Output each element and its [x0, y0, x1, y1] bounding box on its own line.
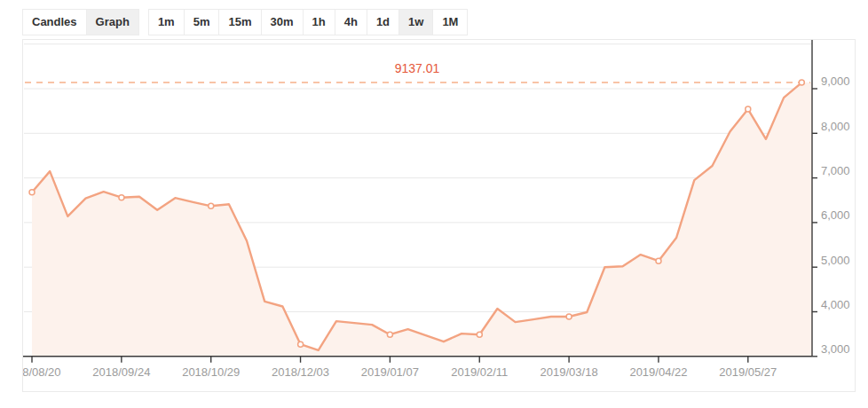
timeframe-button-1M[interactable]: 1M [432, 9, 468, 35]
y-axis-label: 3,000 [821, 342, 850, 356]
timeframe-button-5m[interactable]: 5m [184, 9, 220, 35]
timeframe-button-15m[interactable]: 15m [218, 9, 261, 35]
x-axis-label: 2018/12/03 [272, 365, 329, 379]
x-axis-label: 2019/04/22 [629, 365, 687, 379]
y-axis-label: 7,000 [821, 164, 850, 177]
timeframe-button-1w[interactable]: 1w [398, 9, 433, 35]
timeframe-button-4h[interactable]: 4h [335, 9, 367, 35]
timeframe-button-group: 1m 5m 15m 30m 1h 4h 1d 1w 1M [148, 9, 469, 35]
x-axis-label: 2018/09/24 [92, 365, 150, 379]
x-axis-label: 2018/10/29 [182, 365, 240, 379]
data-point-marker[interactable] [298, 341, 304, 347]
chart-type-button-graph[interactable]: Graph [86, 9, 139, 35]
data-point-marker[interactable] [119, 195, 124, 200]
chart-toolbar: Candles Graph 1m 5m 15m 30m 1h 4h 1d 1w … [22, 9, 868, 35]
x-axis-label: 2019/05/27 [719, 365, 777, 379]
data-point-marker[interactable] [209, 203, 214, 208]
timeframe-button-1h[interactable]: 1h [303, 9, 335, 35]
x-axis-label: 2018/08/20 [23, 365, 61, 379]
timeframe-button-30m[interactable]: 30m [261, 9, 304, 35]
y-axis-label: 6,000 [821, 208, 850, 222]
y-axis-label: 8,000 [821, 120, 850, 133]
timeframe-button-1d[interactable]: 1d [367, 9, 399, 35]
y-axis-label: 4,000 [821, 298, 850, 311]
data-point-marker[interactable] [656, 258, 661, 263]
data-point-marker[interactable] [746, 106, 751, 112]
x-axis-label: 2019/02/11 [451, 365, 508, 379]
timeframe-button-1m[interactable]: 1m [148, 9, 185, 35]
x-axis-label: 2019/03/18 [541, 365, 598, 379]
x-axis-label: 2019/01/07 [361, 365, 419, 379]
data-point-marker[interactable] [387, 332, 392, 337]
price-chart-panel[interactable]: 3,0004,0005,0006,0007,0008,0009,0002018/… [22, 39, 856, 392]
data-point-marker[interactable] [29, 190, 35, 195]
y-axis-label: 9,000 [821, 75, 850, 88]
price-line-chart: 3,0004,0005,0006,0007,0008,0009,0002018/… [23, 40, 855, 391]
chart-area-fill [32, 82, 812, 357]
data-point-marker[interactable] [477, 332, 482, 337]
data-point-marker[interactable] [566, 314, 572, 319]
chart-type-button-group: Candles Graph [22, 9, 139, 35]
y-axis-label: 5,000 [821, 254, 850, 267]
data-point-marker[interactable] [799, 80, 804, 85]
chart-type-button-candles[interactable]: Candles [22, 9, 87, 35]
